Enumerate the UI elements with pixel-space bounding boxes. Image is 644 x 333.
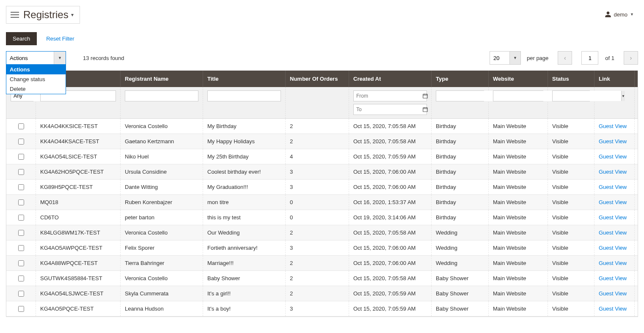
cell-orders: 2 <box>286 225 349 240</box>
chevron-down-icon: ▼ <box>630 12 634 16</box>
cell-status: Visible <box>548 271 594 286</box>
filter-name[interactable] <box>125 90 198 101</box>
table-row[interactable]: KG4A62HO5PQCE-TESTUrsula ConsidineCooles… <box>6 164 638 180</box>
row-checkbox[interactable] <box>18 306 24 312</box>
svg-rect-0 <box>423 94 428 98</box>
table-row[interactable]: KK4AO4KKSICE-TESTVeronica CostelloMy Bir… <box>6 119 638 134</box>
actions-dropdown[interactable]: ▼ <box>6 51 66 65</box>
cell-id: MQ018 <box>36 195 121 210</box>
reset-filter-link[interactable]: Reset Filter <box>46 35 74 42</box>
cell-status: Visible <box>548 164 594 179</box>
filter-type-select[interactable]: ▼ <box>436 90 484 101</box>
filter-website-select[interactable]: ▼ <box>493 90 543 101</box>
cell-type: Birthday <box>432 210 489 225</box>
chevron-down-icon: ▾ <box>71 12 74 18</box>
table-row[interactable]: K84LGG8WM17K-TESTVeronica CostelloOur We… <box>6 225 638 240</box>
filter-status-select[interactable]: ▼ <box>552 90 590 101</box>
table-row[interactable]: KG4AO54LSICE-TESTNiko HuelMy 25th Birthd… <box>6 149 638 164</box>
row-checkbox[interactable] <box>18 260 24 266</box>
per-page-input[interactable] <box>490 52 509 64</box>
row-checkbox[interactable] <box>18 169 24 175</box>
row-checkbox[interactable] <box>18 291 24 297</box>
cell-status: Visible <box>548 286 594 301</box>
account-menu[interactable]: demo ▼ <box>605 11 634 18</box>
guest-view-link[interactable]: Guest View <box>599 153 627 160</box>
guest-view-link[interactable]: Guest View <box>599 306 627 312</box>
cell-name: Gaetano Kertzmann <box>121 134 203 149</box>
cell-website: Main Website <box>489 119 548 134</box>
guest-view-link[interactable]: Guest View <box>599 245 627 251</box>
col-type[interactable]: Type <box>432 71 489 87</box>
cell-status: Visible <box>548 301 594 316</box>
next-page-button[interactable]: › <box>624 51 638 65</box>
table-row[interactable]: SGUTWK4S85884-TESTVeronica CostelloBaby … <box>6 271 638 286</box>
cell-created: Oct 16, 2020, 1:53:37 AM <box>349 195 432 210</box>
cell-title: Marriage!!! <box>203 256 286 270</box>
calendar-icon[interactable] <box>422 106 428 112</box>
table-row[interactable]: KG89H5PQCE-TESTDante WittingMy Graduatio… <box>6 180 638 195</box>
actions-input[interactable] <box>6 52 54 64</box>
cell-created: Oct 19, 2020, 3:14:06 AM <box>349 210 432 225</box>
guest-view-link[interactable]: Guest View <box>599 260 627 266</box>
col-status[interactable]: Status <box>548 71 594 87</box>
guest-view-link[interactable]: Guest View <box>599 214 627 221</box>
cell-website: Main Website <box>489 164 548 179</box>
row-checkbox[interactable] <box>18 123 24 129</box>
row-checkbox[interactable] <box>18 245 24 251</box>
chevron-down-icon: ▼ <box>513 56 517 60</box>
cell-title: My Happy Holidays <box>203 134 286 149</box>
cell-created: Oct 15, 2020, 7:06:00 AM <box>349 164 432 179</box>
guest-view-link[interactable]: Guest View <box>599 275 627 281</box>
guest-view-link[interactable]: Guest View <box>599 169 627 175</box>
prev-page-button[interactable]: ‹ <box>558 51 572 65</box>
calendar-icon[interactable] <box>422 93 428 99</box>
col-website[interactable]: Website <box>489 71 548 87</box>
guest-view-link[interactable]: Guest View <box>599 138 627 145</box>
guest-view-link[interactable]: Guest View <box>599 199 627 205</box>
col-name[interactable]: Registrant Name <box>121 71 203 87</box>
search-button[interactable]: Search <box>6 32 37 45</box>
page-input[interactable] <box>581 51 598 65</box>
table-row[interactable]: KG4AO5PQCE-TESTLeanna HudsonIt's a boy!3… <box>6 301 638 317</box>
actions-option-actions[interactable]: Actions <box>6 65 66 74</box>
cell-title: Fortieth anniversary! <box>203 240 286 255</box>
row-checkbox[interactable] <box>18 215 24 221</box>
cell-website: Main Website <box>489 180 548 194</box>
filter-title[interactable] <box>207 90 281 101</box>
row-checkbox[interactable] <box>18 276 24 281</box>
row-checkbox[interactable] <box>18 184 24 190</box>
row-checkbox[interactable] <box>18 199 24 205</box>
cell-type: Birthday <box>432 195 489 210</box>
row-checkbox[interactable] <box>18 139 24 145</box>
row-checkbox[interactable] <box>18 154 24 160</box>
registries-grid: ID Registrant Name Title Number Of Order… <box>6 71 638 317</box>
cell-title: Coolest birthday ever! <box>203 164 286 179</box>
cell-id: KG4AO5AWPQCE-TEST <box>36 240 121 255</box>
cell-orders: 3 <box>286 240 349 255</box>
page-title-button[interactable]: Registries ▾ <box>6 6 80 24</box>
filter-date-from[interactable] <box>353 90 427 101</box>
guest-view-link[interactable]: Guest View <box>599 184 627 190</box>
table-row[interactable]: KK4AO44KSACE-TESTGaetano KertzmannMy Hap… <box>6 134 638 149</box>
table-row[interactable]: MQ018Ruben Korenbajzermon titre0Oct 16, … <box>6 195 638 210</box>
per-page-toggle[interactable]: ▼ <box>509 52 520 64</box>
cell-type: Birthday <box>432 119 489 134</box>
table-row[interactable]: KG4AO5AWPQCE-TESTFelix SporerFortieth an… <box>6 240 638 256</box>
actions-option-change-status[interactable]: Change status <box>6 74 66 84</box>
guest-view-link[interactable]: Guest View <box>599 229 627 236</box>
col-title[interactable]: Title <box>203 71 286 87</box>
guest-view-link[interactable]: Guest View <box>599 123 627 129</box>
actions-option-delete[interactable]: Delete <box>6 84 66 94</box>
table-row[interactable]: KG4A88WPQCE-TESTTierra BahringerMarriage… <box>6 256 638 271</box>
table-row[interactable]: CD6TOpeter bartonthis is my test0Oct 19,… <box>6 210 638 225</box>
guest-view-link[interactable]: Guest View <box>599 290 627 297</box>
filter-date-to[interactable] <box>353 104 427 115</box>
cell-orders: 2 <box>286 134 349 149</box>
cell-orders: 3 <box>286 180 349 194</box>
col-orders[interactable]: Number Of Orders <box>286 71 349 87</box>
per-page-select[interactable]: ▼ <box>490 51 521 65</box>
row-checkbox[interactable] <box>18 230 24 236</box>
col-created[interactable]: Created At <box>349 71 432 87</box>
actions-toggle[interactable]: ▼ <box>54 52 66 64</box>
table-row[interactable]: KG4AO54LSJWCE-TESTSkyla CummerataIt's a … <box>6 286 638 301</box>
